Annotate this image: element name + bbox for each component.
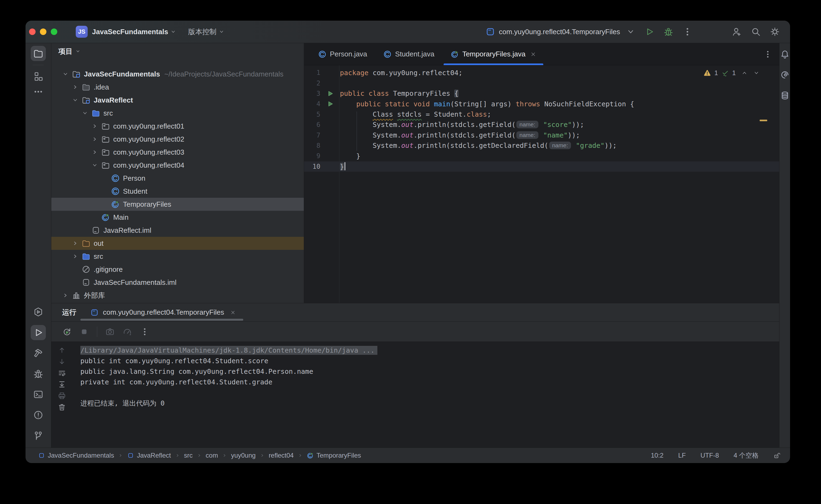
ai-assistant-button[interactable] bbox=[780, 70, 790, 79]
close-icon[interactable] bbox=[230, 310, 236, 315]
chevron-right-icon[interactable] bbox=[91, 149, 101, 155]
line-separator[interactable]: LF bbox=[678, 452, 686, 459]
run-tab[interactable]: com.yuy0ung.reflect04.TemporaryFiles bbox=[90, 308, 236, 317]
tree-item-gitignore[interactable]: .gitignore bbox=[51, 263, 304, 276]
tool-project-button[interactable] bbox=[31, 46, 46, 61]
code-line-6[interactable]: 6 System.out.println(stdcls.getField(nam… bbox=[304, 120, 779, 130]
tree-item-javareflect-iml[interactable]: JavaReflect.iml bbox=[51, 224, 304, 237]
rerun-button[interactable] bbox=[62, 327, 71, 336]
settings-button[interactable] bbox=[770, 27, 780, 37]
chevron-right-icon[interactable] bbox=[91, 123, 101, 129]
tree-item-student[interactable]: Student bbox=[51, 185, 304, 198]
inspections-widget[interactable]: 1 1 bbox=[704, 69, 760, 77]
tree-item-temporaryfiles[interactable]: TemporaryFiles bbox=[51, 198, 304, 211]
tree-item-com-yuy0ung-reflect03[interactable]: com.yuy0ung.reflect03 bbox=[51, 146, 304, 159]
breadcrumb-item-yuy0ung[interactable]: yuy0ung bbox=[231, 452, 256, 459]
breadcrumb-item-temporaryfiles[interactable]: TemporaryFiles bbox=[307, 452, 361, 459]
search-everywhere-button[interactable] bbox=[751, 27, 761, 37]
chevron-down-icon[interactable] bbox=[91, 162, 101, 168]
database-button[interactable] bbox=[780, 91, 790, 100]
code-area[interactable]: 1package com.yuy0ung.reflect04;23public … bbox=[304, 65, 779, 303]
tool-services-button[interactable] bbox=[31, 304, 46, 320]
tree-item-com-yuy0ung-reflect04[interactable]: com.yuy0ung.reflect04 bbox=[51, 159, 304, 172]
breadcrumb-item-src[interactable]: src bbox=[184, 452, 193, 459]
tool-git-button[interactable] bbox=[31, 428, 46, 443]
close-icon[interactable] bbox=[530, 51, 536, 57]
chevron-down-icon[interactable] bbox=[72, 97, 82, 103]
tree-item-main[interactable]: Main bbox=[51, 211, 304, 224]
soft-wrap-button[interactable] bbox=[58, 369, 66, 377]
print-button[interactable] bbox=[58, 392, 66, 400]
more-run-actions-button[interactable] bbox=[683, 27, 692, 37]
tree-item-idea[interactable]: .idea bbox=[51, 81, 304, 94]
code-line-10[interactable]: 10} bbox=[304, 161, 779, 172]
zoom-window-button[interactable] bbox=[51, 28, 57, 35]
prev-problem-button[interactable] bbox=[741, 70, 748, 76]
tool-run-button[interactable] bbox=[31, 325, 46, 340]
tree-item-src[interactable]: src bbox=[51, 107, 304, 120]
unlock-icon[interactable] bbox=[773, 452, 781, 459]
project-panel-title[interactable]: 项目 bbox=[58, 47, 72, 56]
tool-debug-button[interactable] bbox=[31, 366, 46, 381]
code-line-8[interactable]: 8 System.out.println(stdcls.getDeclaredF… bbox=[304, 141, 779, 151]
code-line-5[interactable]: 5 Class stdcls = Student.class; bbox=[304, 109, 779, 120]
tree-item-out[interactable]: out bbox=[51, 237, 304, 250]
indent-setting[interactable]: 4 个空格 bbox=[734, 451, 759, 460]
run-line-icon[interactable] bbox=[320, 100, 340, 107]
console-output[interactable]: /Library/Java/JavaVirtualMachines/jdk-1.… bbox=[72, 342, 779, 448]
more-tool-windows-button[interactable] bbox=[31, 84, 46, 99]
notifications-button[interactable] bbox=[780, 50, 790, 59]
debug-button[interactable] bbox=[664, 27, 673, 37]
scrollbar-warning-mark[interactable] bbox=[760, 120, 767, 121]
run-button[interactable] bbox=[645, 27, 654, 37]
tab-scrollbar-thumb[interactable] bbox=[80, 319, 243, 321]
chevron-down-icon[interactable] bbox=[62, 71, 72, 77]
breadcrumb-item-com[interactable]: com bbox=[206, 452, 218, 459]
next-problem-button[interactable] bbox=[753, 70, 760, 76]
tool-structure-button[interactable] bbox=[31, 69, 46, 84]
tree-item-外部库[interactable]: 外部库 bbox=[51, 289, 304, 302]
tree-item-com-yuy0ung-reflect02[interactable]: com.yuy0ung.reflect02 bbox=[51, 133, 304, 146]
close-window-button[interactable] bbox=[29, 28, 36, 35]
tree-item-javasecfundamentals[interactable]: JavaSecFundamentals~/IdeaProjects/JavaSe… bbox=[51, 68, 304, 81]
caret-position[interactable]: 10:2 bbox=[651, 452, 664, 459]
clear-all-button[interactable] bbox=[58, 403, 66, 411]
tab-options-button[interactable] bbox=[763, 50, 772, 59]
chevron-down-icon[interactable] bbox=[82, 110, 91, 116]
code-line-2[interactable]: 2 bbox=[304, 78, 779, 88]
chevron-right-icon[interactable] bbox=[72, 84, 82, 90]
code-line-9[interactable]: 9 } bbox=[304, 151, 779, 161]
profiler-button[interactable] bbox=[123, 327, 132, 336]
tool-problems-button[interactable] bbox=[31, 407, 46, 423]
editor-tab-person-java[interactable]: Person.java bbox=[310, 43, 375, 65]
chevron-right-icon[interactable] bbox=[91, 136, 101, 142]
code-line-4[interactable]: 4 public static void main(String[] args)… bbox=[304, 99, 779, 109]
tree-item-person[interactable]: Person bbox=[51, 172, 304, 185]
tree-item-com-yuy0ung-reflect01[interactable]: com.yuy0ung.reflect01 bbox=[51, 120, 304, 133]
prev-occurrence-button[interactable] bbox=[58, 346, 66, 354]
project-name-menu[interactable]: JavaSecFundamentals bbox=[92, 28, 168, 36]
tree-item-javareflect[interactable]: JavaReflect bbox=[51, 94, 304, 107]
more-console-actions-button[interactable] bbox=[140, 327, 149, 336]
tree-item-src[interactable]: src bbox=[51, 250, 304, 263]
chevron-right-icon[interactable] bbox=[72, 240, 82, 247]
chevron-right-icon[interactable] bbox=[72, 253, 82, 260]
tree-item-javasecfundamentals-iml[interactable]: JavaSecFundamentals.iml bbox=[51, 276, 304, 289]
tool-build-button[interactable] bbox=[31, 346, 46, 361]
tool-terminal-button[interactable] bbox=[31, 387, 46, 402]
minimize-window-button[interactable] bbox=[40, 28, 46, 35]
breadcrumb-item-javasecfundamentals[interactable]: JavaSecFundamentals bbox=[38, 452, 114, 459]
run-line-icon[interactable] bbox=[320, 90, 340, 97]
stop-button[interactable] bbox=[79, 327, 89, 336]
code-line-3[interactable]: 3public class TemporaryFiles { bbox=[304, 88, 779, 99]
vcs-menu[interactable]: 版本控制 bbox=[188, 27, 217, 37]
code-with-me-button[interactable] bbox=[732, 27, 742, 37]
chevron-right-icon[interactable] bbox=[62, 292, 72, 299]
editor-tab-student-java[interactable]: Student.java bbox=[375, 43, 443, 65]
run-configuration-selector[interactable]: com.yuy0ung.reflect04.TemporaryFiles bbox=[486, 27, 635, 36]
next-occurrence-button[interactable] bbox=[58, 358, 66, 366]
scroll-to-end-button[interactable] bbox=[58, 380, 66, 388]
file-encoding[interactable]: UTF-8 bbox=[701, 452, 719, 459]
breadcrumb-item-javareflect[interactable]: JavaReflect bbox=[127, 452, 171, 459]
code-line-7[interactable]: 7 System.out.println(stdcls.getField(nam… bbox=[304, 130, 779, 140]
